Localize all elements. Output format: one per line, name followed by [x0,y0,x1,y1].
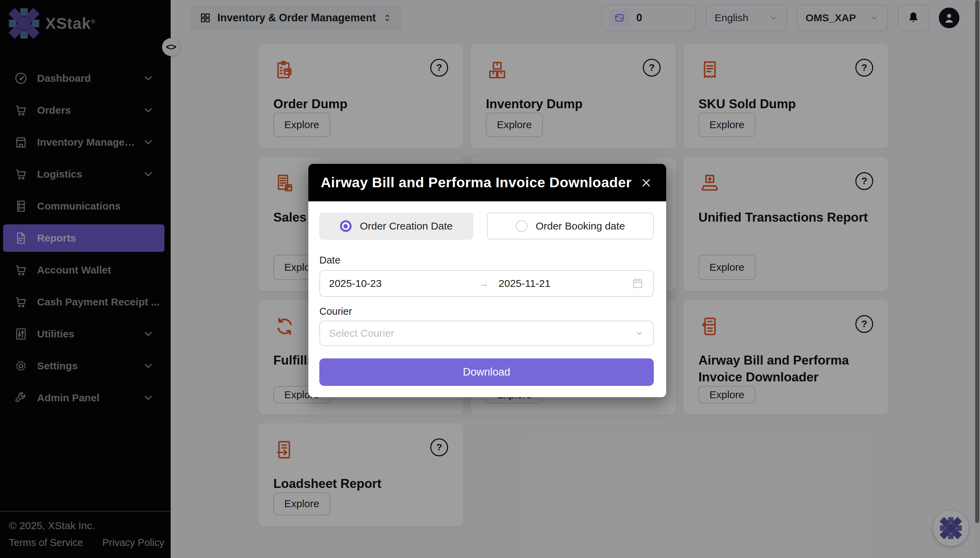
date-type-radio-group: Order Creation Date Order Booking date [319,213,654,240]
courier-field-label: Courier [319,306,654,317]
airway-bill-downloader-modal: Airway Bill and Performa Invoice Downloa… [308,164,666,397]
close-icon[interactable] [639,175,654,190]
modal-header: Airway Bill and Performa Invoice Downloa… [308,164,666,201]
courier-select[interactable]: Select Courier [319,320,654,346]
date-to-value[interactable]: 2025-11-21 [499,277,550,289]
date-field-label: Date [319,254,654,266]
courier-placeholder: Select Courier [329,327,394,339]
radio-order-creation-date[interactable]: Order Creation Date [319,213,473,240]
radio-label: Order Booking date [536,220,625,232]
calendar-icon [631,277,644,290]
radio-order-booking-date[interactable]: Order Booking date [487,213,654,240]
radio-unselected-icon [516,220,527,232]
app-root: XStak® DashboardOrdersInventory Manageme… [0,0,980,558]
modal-title: Airway Bill and Performa Invoice Downloa… [321,174,632,191]
chevron-down-icon [635,328,644,338]
download-button[interactable]: Download [319,358,654,386]
date-range-input[interactable]: 2025-10-23 → 2025-11-21 [319,270,654,297]
range-arrow-icon: → [479,277,489,289]
date-from-value[interactable]: 2025-10-23 [329,277,479,289]
radio-label: Order Creation Date [360,220,453,232]
radio-selected-icon [340,220,352,232]
modal-body: Order Creation Date Order Booking date D… [308,201,666,397]
